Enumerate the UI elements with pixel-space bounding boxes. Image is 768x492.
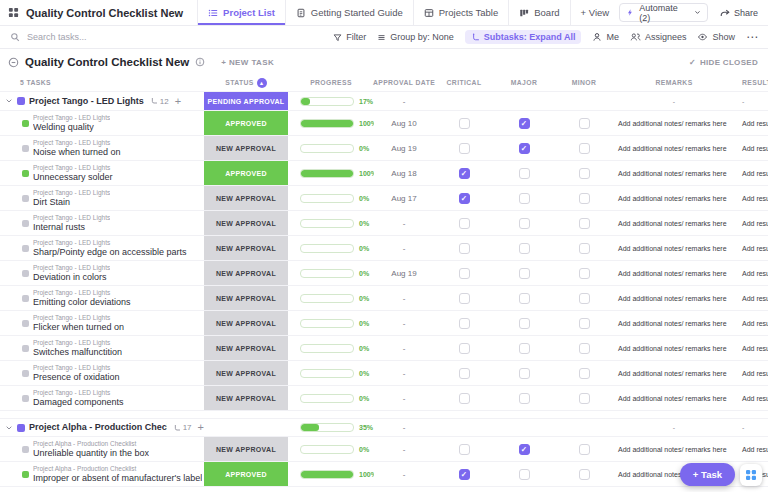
column-header-minor[interactable]: MINOR [554,79,614,86]
critical-checkbox[interactable] [459,343,470,354]
approval-date-cell[interactable]: - [374,462,434,486]
table-row[interactable]: Project Tango - LED Lights Noise when tu… [0,136,768,161]
status-cell[interactable]: NEW APPROVAL [204,386,288,410]
approval-date-cell[interactable]: Aug 19 [374,261,434,285]
grid-menu-icon[interactable] [8,7,19,18]
minor-checkbox[interactable] [579,168,590,179]
major-checkbox[interactable] [519,444,530,455]
remarks-cell[interactable]: Add additional notes/ remarks here [614,311,734,335]
subtask-count-badge[interactable]: 12 [150,97,169,106]
table-row[interactable]: Project Alpha - Production Checklist Unr… [0,437,768,462]
subtask-count-badge[interactable]: 17 [173,423,192,432]
critical-checkbox[interactable] [459,243,470,254]
results-cell[interactable]: Add results here [734,336,768,360]
table-row[interactable]: Project Tango - LED Lights Deviation in … [0,261,768,286]
expand-chevron-icon[interactable] [5,424,13,432]
critical-checkbox[interactable] [459,469,470,480]
status-cell[interactable]: APPROVED [204,462,288,486]
results-cell[interactable]: Add results here [734,161,768,185]
filter-button[interactable]: Filter [333,32,366,42]
remarks-cell[interactable]: Add additional notes/ remarks here [614,186,734,210]
remarks-cell[interactable]: Add additional notes/ remarks here [614,386,734,410]
new-task-button[interactable]: + NEW TASK [221,58,274,67]
remarks-cell[interactable]: - [614,419,734,436]
task-status-bullet[interactable] [22,295,29,302]
major-checkbox[interactable] [519,368,530,379]
minor-checkbox[interactable] [579,368,590,379]
tab-add-view[interactable]: + View [570,0,620,25]
tab-projects-table[interactable]: Projects Table [413,0,509,25]
results-cell[interactable]: Add results here [734,361,768,385]
task-name[interactable]: Dirt Stain [33,197,110,208]
column-header-major[interactable]: MAJOR [494,79,554,86]
remarks-cell[interactable]: Add additional notes/ remarks here [614,161,734,185]
results-cell[interactable]: Add results here [734,186,768,210]
add-subtask-icon[interactable]: + [175,96,181,107]
results-cell[interactable]: Add results here [734,211,768,235]
remarks-cell[interactable]: Add additional notes/ remarks here [614,236,734,260]
critical-checkbox[interactable] [459,193,470,204]
major-checkbox[interactable] [519,293,530,304]
add-task-fab[interactable]: + Task [680,463,735,486]
table-row[interactable]: Project Tango - LED Lights 12 + PENDING … [0,92,768,111]
results-cell[interactable]: Add results here [734,136,768,160]
critical-checkbox[interactable] [459,168,470,179]
me-filter-button[interactable]: Me [592,32,619,42]
minor-checkbox[interactable] [579,393,590,404]
results-cell[interactable]: Add results here [734,236,768,260]
status-cell[interactable]: NEW APPROVAL [204,336,288,360]
status-cell[interactable]: APPROVED [204,161,288,185]
major-checkbox[interactable] [519,168,530,179]
table-row[interactable]: Project Tango - LED Lights Emitting colo… [0,286,768,311]
task-name[interactable]: Welding quality [33,122,110,133]
status-cell[interactable] [204,419,288,436]
task-name[interactable]: Improper or absent of manufacturer's lab… [33,473,202,484]
remarks-cell[interactable]: Add additional notes/ remarks here [614,336,734,360]
task-name[interactable]: Deviation in colors [33,272,110,283]
minor-checkbox[interactable] [579,343,590,354]
status-cell[interactable]: NEW APPROVAL [204,261,288,285]
results-cell[interactable]: - [734,419,768,436]
table-row[interactable]: Project Tango - LED Lights Welding quali… [0,111,768,136]
task-name[interactable]: Project Tango - LED Lights [29,96,144,107]
major-checkbox[interactable] [519,143,530,154]
table-row[interactable]: Project Tango - LED Lights Damaged compo… [0,386,768,411]
task-name[interactable]: Project Alpha - Production Checklist [29,422,167,433]
minor-checkbox[interactable] [579,293,590,304]
approval-date-cell[interactable]: - [374,311,434,335]
major-checkbox[interactable] [519,469,530,480]
status-cell[interactable]: NEW APPROVAL [204,211,288,235]
table-row[interactable]: Project Alpha - Production Checklist Imp… [0,462,768,487]
assignees-button[interactable]: Assignees [630,32,687,42]
approval-date-cell[interactable]: Aug 17 [374,186,434,210]
approval-date-cell[interactable]: - [374,236,434,260]
minor-checkbox[interactable] [579,444,590,455]
approval-date-cell[interactable]: Aug 10 [374,111,434,135]
remarks-cell[interactable]: Add additional notes/ remarks here [614,211,734,235]
info-icon[interactable] [195,57,205,67]
minor-checkbox[interactable] [579,193,590,204]
column-header-status[interactable]: STATUS ▲ [204,78,288,88]
task-name[interactable]: Damaged components [33,397,124,408]
task-status-bullet[interactable] [22,446,29,453]
remarks-cell[interactable]: Add additional notes/ remarks here [614,437,734,461]
minor-checkbox[interactable] [579,218,590,229]
show-button[interactable]: Show [697,32,735,42]
approval-date-cell[interactable]: - [374,386,434,410]
status-cell[interactable]: NEW APPROVAL [204,136,288,160]
column-header-critical[interactable]: CRITICAL [434,79,494,86]
approval-date-cell[interactable]: - [374,286,434,310]
subtasks-expand-button[interactable]: Subtasks: Expand All [465,30,582,44]
remarks-cell[interactable]: Add additional notes/ remarks here [614,136,734,160]
minor-checkbox[interactable] [579,118,590,129]
approval-date-cell[interactable]: - [374,211,434,235]
apps-launcher-button[interactable] [740,464,762,486]
approval-date-cell[interactable]: - [374,361,434,385]
remarks-cell[interactable]: Add additional notes/ remarks here [614,361,734,385]
status-cell[interactable]: NEW APPROVAL [204,186,288,210]
remarks-cell[interactable]: Add additional notes/ remarks here [614,111,734,135]
table-row[interactable]: Project Tango - LED Lights Dirt Stain NE… [0,186,768,211]
major-checkbox[interactable] [519,218,530,229]
remarks-cell[interactable]: - [614,92,734,110]
approval-date-cell[interactable]: - [374,336,434,360]
